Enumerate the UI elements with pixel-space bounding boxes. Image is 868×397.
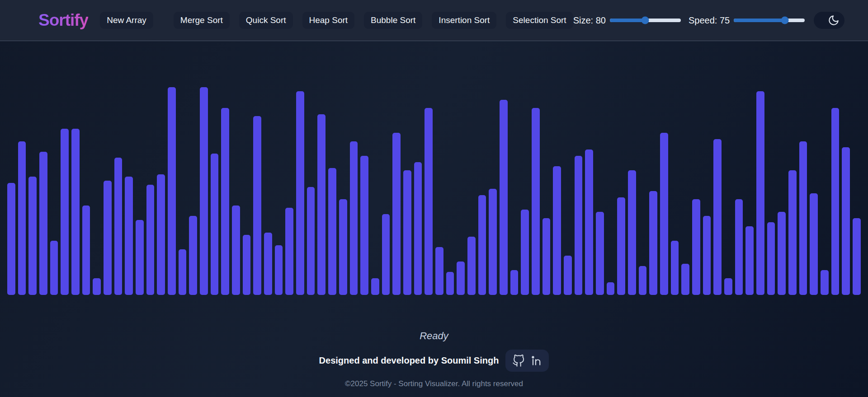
array-bar [478, 195, 486, 295]
array-bar [510, 270, 519, 295]
array-bar [179, 249, 187, 295]
array-bar [831, 108, 840, 295]
size-label: Size: 80 [573, 15, 606, 26]
bars-container [7, 87, 861, 295]
array-bar [168, 87, 176, 295]
array-bar [243, 235, 251, 295]
array-bar [104, 181, 112, 295]
speed-value: 75 [720, 15, 730, 25]
quick-sort-button[interactable]: Quick Sort [239, 12, 293, 29]
array-bar [778, 212, 786, 295]
array-bar [767, 222, 775, 295]
array-bar [842, 147, 850, 295]
array-bar [414, 162, 422, 295]
array-bar [425, 108, 433, 295]
heap-sort-button[interactable]: Heap Sort [302, 12, 355, 29]
theme-toggle-button[interactable] [814, 12, 844, 29]
array-bar [532, 108, 540, 295]
size-value: 80 [596, 15, 606, 25]
array-bar [50, 241, 58, 295]
array-bar [703, 216, 711, 295]
new-array-button[interactable]: New Array [100, 12, 153, 29]
array-bar [853, 218, 861, 295]
speed-slider[interactable] [734, 19, 805, 22]
array-bar [617, 197, 625, 295]
array-bar [71, 129, 80, 295]
array-bar [745, 226, 754, 295]
array-bar [799, 141, 807, 295]
app-logo[interactable]: Sortify [38, 11, 88, 30]
array-bar [61, 129, 69, 295]
size-slider-fill [610, 19, 646, 22]
array-bar [435, 247, 443, 295]
app-header: Sortify New Array Merge Sort Quick Sort … [0, 0, 868, 41]
linkedin-icon[interactable] [530, 355, 542, 367]
array-bar [125, 177, 133, 295]
array-bar [489, 189, 497, 295]
array-bar [264, 233, 272, 295]
bubble-sort-button[interactable]: Bubble Sort [364, 12, 422, 29]
credit-text: Designed and developed by Soumil Singh [319, 355, 499, 366]
array-bar [607, 282, 615, 295]
array-bar [221, 108, 229, 295]
array-bar [114, 158, 123, 295]
array-bar [93, 278, 101, 295]
array-bar [821, 270, 829, 295]
array-bar [28, 177, 37, 295]
array-bar [350, 141, 358, 295]
insertion-sort-button[interactable]: Insertion Sort [432, 12, 496, 29]
header-controls: Size: 80 Speed: 75 [573, 12, 844, 29]
array-bar [756, 91, 764, 295]
array-bar [328, 168, 336, 295]
size-slider[interactable] [610, 19, 681, 22]
array-bar [575, 156, 583, 295]
array-bar [500, 100, 508, 295]
array-bar [810, 193, 818, 295]
array-bar [639, 266, 647, 295]
array-bar [200, 87, 208, 295]
array-bar [446, 272, 454, 295]
array-bar [253, 116, 261, 295]
array-bar [660, 133, 668, 295]
array-bar [232, 206, 240, 295]
toolbar: New Array Merge Sort Quick Sort Heap Sor… [100, 12, 573, 29]
status-text: Ready [0, 330, 868, 342]
github-icon[interactable] [512, 355, 525, 367]
array-bar [392, 133, 401, 295]
array-bar [692, 199, 700, 295]
array-bar [371, 278, 379, 295]
array-bar [285, 208, 293, 295]
social-links [505, 350, 549, 372]
array-bar [596, 212, 604, 295]
speed-slider-thumb[interactable] [781, 17, 789, 24]
array-bar [671, 241, 679, 295]
array-bar [82, 206, 90, 295]
array-bar [136, 220, 144, 295]
array-bar [467, 237, 476, 295]
moon-icon [828, 14, 840, 26]
array-bar [18, 141, 26, 295]
array-bar [339, 199, 347, 295]
array-bar [275, 245, 283, 295]
array-bar [39, 152, 47, 295]
array-bar [735, 199, 743, 295]
array-bar [628, 170, 636, 295]
size-slider-thumb[interactable] [642, 17, 649, 24]
array-bar [296, 91, 304, 295]
copyright-text: ©2025 Sortify - Sorting Visualizer. All … [0, 379, 868, 388]
array-bar [360, 156, 368, 295]
speed-control: Speed: 75 [689, 15, 805, 26]
array-bar [382, 214, 390, 295]
array-bar [724, 278, 732, 295]
array-bar [157, 174, 165, 295]
array-bar [7, 183, 15, 295]
merge-sort-button[interactable]: Merge Sort [174, 12, 230, 29]
array-bar [564, 256, 572, 295]
selection-sort-button[interactable]: Selection Sort [506, 12, 573, 29]
visualizer-area: Ready Designed and developed by Soumil S… [0, 87, 868, 388]
array-bar [403, 170, 411, 295]
array-bar [553, 166, 561, 295]
array-bar [713, 139, 722, 295]
array-bar [788, 170, 797, 295]
size-control: Size: 80 [573, 15, 681, 26]
